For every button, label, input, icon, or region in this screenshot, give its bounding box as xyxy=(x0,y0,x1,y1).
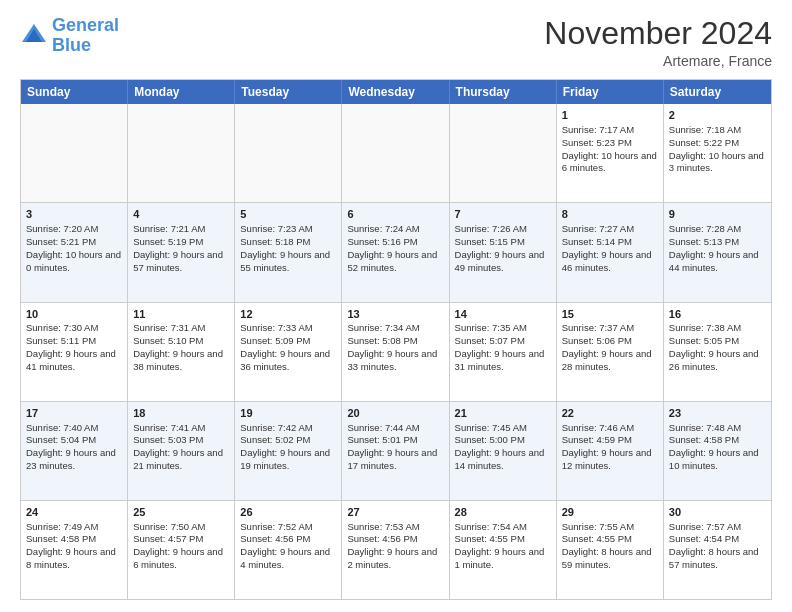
day-number: 25 xyxy=(133,505,229,520)
sunrise: Sunrise: 7:37 AM xyxy=(562,322,634,333)
title-area: November 2024 Artemare, France xyxy=(544,16,772,69)
calendar-cell: 9Sunrise: 7:28 AMSunset: 5:13 PMDaylight… xyxy=(664,203,771,301)
daylight: Daylight: 8 hours and 57 minutes. xyxy=(669,546,759,570)
sunset: Sunset: 4:56 PM xyxy=(240,533,310,544)
calendar-row-5: 24Sunrise: 7:49 AMSunset: 4:58 PMDayligh… xyxy=(21,500,771,599)
sunrise: Sunrise: 7:55 AM xyxy=(562,521,634,532)
sunset: Sunset: 4:54 PM xyxy=(669,533,739,544)
sunrise: Sunrise: 7:48 AM xyxy=(669,422,741,433)
day-number: 29 xyxy=(562,505,658,520)
sunrise: Sunrise: 7:20 AM xyxy=(26,223,98,234)
sunrise: Sunrise: 7:50 AM xyxy=(133,521,205,532)
daylight: Daylight: 9 hours and 19 minutes. xyxy=(240,447,330,471)
sunrise: Sunrise: 7:21 AM xyxy=(133,223,205,234)
daylight: Daylight: 9 hours and 41 minutes. xyxy=(26,348,116,372)
daylight: Daylight: 9 hours and 55 minutes. xyxy=(240,249,330,273)
header-friday: Friday xyxy=(557,80,664,104)
sunrise: Sunrise: 7:24 AM xyxy=(347,223,419,234)
calendar-cell: 17Sunrise: 7:40 AMSunset: 5:04 PMDayligh… xyxy=(21,402,128,500)
calendar-cell: 27Sunrise: 7:53 AMSunset: 4:56 PMDayligh… xyxy=(342,501,449,599)
daylight: Daylight: 9 hours and 28 minutes. xyxy=(562,348,652,372)
day-number: 14 xyxy=(455,307,551,322)
day-number: 12 xyxy=(240,307,336,322)
calendar-cell: 14Sunrise: 7:35 AMSunset: 5:07 PMDayligh… xyxy=(450,303,557,401)
day-number: 20 xyxy=(347,406,443,421)
sunrise: Sunrise: 7:18 AM xyxy=(669,124,741,135)
day-number: 21 xyxy=(455,406,551,421)
calendar-body: 1Sunrise: 7:17 AMSunset: 5:23 PMDaylight… xyxy=(21,104,771,599)
daylight: Daylight: 9 hours and 38 minutes. xyxy=(133,348,223,372)
calendar-row-2: 3Sunrise: 7:20 AMSunset: 5:21 PMDaylight… xyxy=(21,202,771,301)
calendar-header: Sunday Monday Tuesday Wednesday Thursday… xyxy=(21,80,771,104)
header-tuesday: Tuesday xyxy=(235,80,342,104)
sunset: Sunset: 5:07 PM xyxy=(455,335,525,346)
day-number: 11 xyxy=(133,307,229,322)
day-number: 28 xyxy=(455,505,551,520)
calendar-cell: 18Sunrise: 7:41 AMSunset: 5:03 PMDayligh… xyxy=(128,402,235,500)
sunrise: Sunrise: 7:49 AM xyxy=(26,521,98,532)
month-title: November 2024 xyxy=(544,16,772,51)
calendar-cell: 29Sunrise: 7:55 AMSunset: 4:55 PMDayligh… xyxy=(557,501,664,599)
sunrise: Sunrise: 7:44 AM xyxy=(347,422,419,433)
sunset: Sunset: 5:00 PM xyxy=(455,434,525,445)
daylight: Daylight: 9 hours and 33 minutes. xyxy=(347,348,437,372)
sunrise: Sunrise: 7:23 AM xyxy=(240,223,312,234)
location: Artemare, France xyxy=(544,53,772,69)
day-number: 26 xyxy=(240,505,336,520)
sunset: Sunset: 4:56 PM xyxy=(347,533,417,544)
sunset: Sunset: 5:02 PM xyxy=(240,434,310,445)
calendar-cell xyxy=(450,104,557,202)
sunset: Sunset: 4:55 PM xyxy=(455,533,525,544)
daylight: Daylight: 10 hours and 6 minutes. xyxy=(562,150,657,174)
calendar-cell: 11Sunrise: 7:31 AMSunset: 5:10 PMDayligh… xyxy=(128,303,235,401)
sunset: Sunset: 5:18 PM xyxy=(240,236,310,247)
calendar-cell: 13Sunrise: 7:34 AMSunset: 5:08 PMDayligh… xyxy=(342,303,449,401)
calendar-cell: 1Sunrise: 7:17 AMSunset: 5:23 PMDaylight… xyxy=(557,104,664,202)
sunrise: Sunrise: 7:28 AM xyxy=(669,223,741,234)
day-number: 17 xyxy=(26,406,122,421)
sunrise: Sunrise: 7:26 AM xyxy=(455,223,527,234)
calendar-cell: 21Sunrise: 7:45 AMSunset: 5:00 PMDayligh… xyxy=(450,402,557,500)
daylight: Daylight: 9 hours and 21 minutes. xyxy=(133,447,223,471)
daylight: Daylight: 10 hours and 0 minutes. xyxy=(26,249,121,273)
calendar-cell: 15Sunrise: 7:37 AMSunset: 5:06 PMDayligh… xyxy=(557,303,664,401)
sunset: Sunset: 5:16 PM xyxy=(347,236,417,247)
day-number: 30 xyxy=(669,505,766,520)
calendar-cell: 24Sunrise: 7:49 AMSunset: 4:58 PMDayligh… xyxy=(21,501,128,599)
sunset: Sunset: 5:14 PM xyxy=(562,236,632,247)
daylight: Daylight: 9 hours and 4 minutes. xyxy=(240,546,330,570)
day-number: 6 xyxy=(347,207,443,222)
sunrise: Sunrise: 7:35 AM xyxy=(455,322,527,333)
day-number: 22 xyxy=(562,406,658,421)
sunset: Sunset: 5:11 PM xyxy=(26,335,96,346)
day-number: 1 xyxy=(562,108,658,123)
daylight: Daylight: 9 hours and 1 minute. xyxy=(455,546,545,570)
calendar-cell: 19Sunrise: 7:42 AMSunset: 5:02 PMDayligh… xyxy=(235,402,342,500)
day-number: 8 xyxy=(562,207,658,222)
sunset: Sunset: 4:58 PM xyxy=(669,434,739,445)
sunset: Sunset: 5:21 PM xyxy=(26,236,96,247)
sunset: Sunset: 5:22 PM xyxy=(669,137,739,148)
calendar-row-4: 17Sunrise: 7:40 AMSunset: 5:04 PMDayligh… xyxy=(21,401,771,500)
daylight: Daylight: 9 hours and 36 minutes. xyxy=(240,348,330,372)
daylight: Daylight: 9 hours and 57 minutes. xyxy=(133,249,223,273)
logo: General Blue xyxy=(20,16,119,56)
day-number: 4 xyxy=(133,207,229,222)
sunset: Sunset: 5:19 PM xyxy=(133,236,203,247)
calendar-cell: 3Sunrise: 7:20 AMSunset: 5:21 PMDaylight… xyxy=(21,203,128,301)
day-number: 16 xyxy=(669,307,766,322)
sunset: Sunset: 5:05 PM xyxy=(669,335,739,346)
day-number: 13 xyxy=(347,307,443,322)
sunset: Sunset: 5:10 PM xyxy=(133,335,203,346)
day-number: 24 xyxy=(26,505,122,520)
calendar-cell: 28Sunrise: 7:54 AMSunset: 4:55 PMDayligh… xyxy=(450,501,557,599)
calendar-row-1: 1Sunrise: 7:17 AMSunset: 5:23 PMDaylight… xyxy=(21,104,771,202)
sunset: Sunset: 4:59 PM xyxy=(562,434,632,445)
calendar-cell: 7Sunrise: 7:26 AMSunset: 5:15 PMDaylight… xyxy=(450,203,557,301)
sunrise: Sunrise: 7:54 AM xyxy=(455,521,527,532)
header-monday: Monday xyxy=(128,80,235,104)
sunset: Sunset: 5:23 PM xyxy=(562,137,632,148)
calendar: Sunday Monday Tuesday Wednesday Thursday… xyxy=(20,79,772,600)
day-number: 5 xyxy=(240,207,336,222)
sunrise: Sunrise: 7:42 AM xyxy=(240,422,312,433)
